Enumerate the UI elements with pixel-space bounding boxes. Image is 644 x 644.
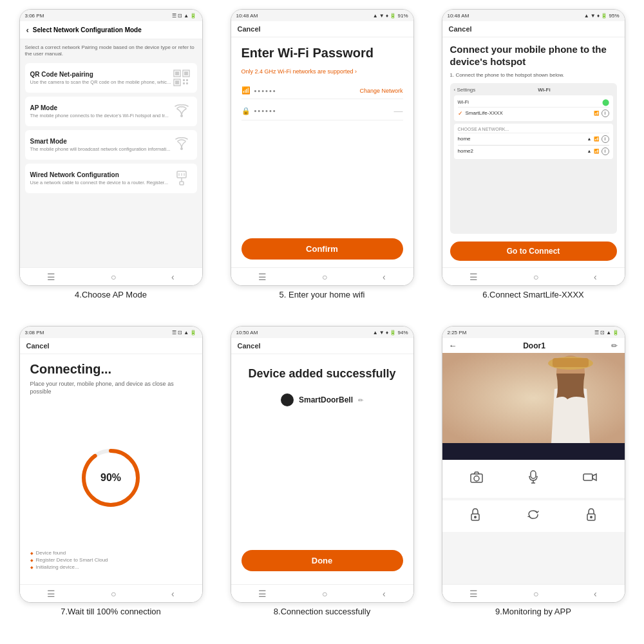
cancel-5[interactable]: Cancel — [238, 25, 261, 33]
back-icon-4[interactable]: ‹ — [26, 25, 29, 35]
cell-7: 3:08 PM ☰ ⊡ ▲ 🔋 Cancel Connecting... Pla… — [5, 322, 216, 639]
status-bar-8: 10:50 AM ▲ ▼ ♦ 🔋 94% — [231, 327, 413, 338]
screen7-body: Connecting... Place your router, mobile … — [20, 354, 202, 584]
caption-9: 9.Monitoring by APP — [495, 607, 571, 616]
phone-7: 3:08 PM ☰ ⊡ ▲ 🔋 Cancel Connecting... Pla… — [19, 326, 203, 603]
bottom-nav-5: ☰○‹ — [231, 267, 413, 285]
connecting-title: Connecting... — [30, 362, 192, 377]
svg-rect-23 — [553, 358, 589, 367]
bottom-nav-6: ☰○‹ — [442, 267, 625, 285]
main-grid: 3:06 PM ☰ ⊡ ▲ 🔋 ‹ Select Network Configu… — [0, 0, 644, 644]
lock-icon-1[interactable] — [470, 508, 480, 524]
cell-4: 3:06 PM ☰ ⊡ ▲ 🔋 ‹ Select Network Configu… — [5, 5, 216, 322]
status-bar-7: 3:08 PM ☰ ⊡ ▲ 🔋 — [20, 327, 202, 338]
step-3: Initializing device... — [30, 564, 192, 570]
screen4-body: Select a correct network Pairing mode ba… — [20, 39, 202, 267]
caption-7: 7.Wait till 100% connection — [61, 607, 161, 616]
wifi-title: Enter Wi-Fi Password — [242, 45, 403, 61]
nav-bar-4: ‹ Select Network Configuration Mode — [20, 21, 202, 39]
change-network[interactable]: Change Network — [359, 88, 402, 94]
cell-9: 2:25 PM ☰ ⊡ ▲ 🔋 ← Door1 ✏ — [428, 322, 639, 639]
nav-bar-6: Cancel — [442, 21, 625, 37]
cancel-6[interactable]: Cancel — [449, 25, 472, 33]
nav-title-4: Select Network Configuration Mode — [33, 26, 142, 33]
svg-rect-17 — [180, 182, 184, 185]
progress-circle: 90% — [79, 446, 143, 510]
time-7: 3:08 PM — [25, 330, 44, 336]
lock-icon: 🔒 — [242, 107, 251, 115]
screen9-body — [442, 353, 625, 584]
nav-bar-8: Cancel — [231, 338, 413, 354]
status-bar-4: 3:06 PM ☰ ⊡ ▲ 🔋 — [20, 10, 202, 21]
done-button[interactable]: Done — [242, 550, 403, 571]
eye-icon[interactable]: — — [394, 106, 403, 116]
screen8-body: Device added successfully SmartDoorBell … — [231, 354, 413, 584]
confirm-button[interactable]: Confirm — [242, 238, 403, 260]
time-8: 10:50 AM — [236, 330, 258, 336]
progress-text: 90% — [100, 472, 121, 484]
wifi-row-smartlife: ✓ SmartLife-XXXX 📶 i — [458, 108, 609, 119]
device-name: SmartDoorBell — [299, 395, 353, 404]
screenshot-icon[interactable] — [469, 471, 484, 486]
wifi-screenshot: ‹ Settings Wi-Fi Wi-Fi ⬤ ✓ SmartLife-XXX… — [450, 83, 617, 234]
option-ap-title: AP Mode — [30, 104, 171, 111]
hotspot-subtitle: 1. Connect the phone to the hotspot show… — [450, 72, 617, 78]
option-qr-desc: Use the camera to scan the QR code on th… — [30, 79, 171, 85]
svg-rect-9 — [186, 82, 188, 84]
back-icon-9[interactable]: ← — [449, 341, 457, 350]
cancel-7[interactable]: Cancel — [26, 342, 50, 350]
screen5-body: Enter Wi-Fi Password Only 2.4 GHz Wi-Fi … — [231, 37, 413, 267]
option-wired[interactable]: Wired Network Configuration Use a networ… — [25, 164, 197, 193]
wifi-notice: Only 2.4 GHz Wi-Fi networks are supporte… — [242, 68, 403, 75]
caption-6: 6.Connect SmartLife-XXXX — [482, 290, 584, 299]
wifi-label: Wi-Fi — [538, 87, 550, 93]
phone-8: 10:50 AM ▲ ▼ ♦ 🔋 94% Cancel Device added… — [231, 326, 414, 603]
hotspot-title: Connect your mobile phone to the device'… — [450, 44, 617, 68]
ap-icon — [171, 101, 192, 122]
phone-6: 10:48 AM ▲ ▼ ♦ 🔋 95% Cancel Connect your… — [442, 9, 625, 286]
success-title: Device added successfully — [248, 367, 395, 381]
svg-point-33 — [590, 516, 592, 518]
screen4-subtitle: Select a correct network Pairing mode ba… — [25, 44, 197, 58]
phone-4: 3:06 PM ☰ ⊡ ▲ 🔋 ‹ Select Network Configu… — [19, 9, 203, 286]
option-smart[interactable]: Smart Mode The mobile phone will broadca… — [25, 130, 197, 160]
refresh-icon[interactable] — [527, 508, 540, 524]
time-6: 10:48 AM — [448, 13, 469, 19]
svg-rect-3 — [184, 71, 188, 75]
bottom-nav-8: ☰○‹ — [231, 584, 413, 602]
nav-title-9: Door1 — [523, 341, 545, 350]
wifi-field-ssid[interactable]: 📶 •••••• Change Network — [242, 82, 403, 99]
cell-6: 10:48 AM ▲ ▼ ♦ 🔋 95% Cancel Connect your… — [428, 5, 639, 322]
device-icon — [281, 393, 294, 406]
option-ap-desc: The mobile phone connects to the device'… — [30, 113, 171, 118]
lock-icon-2[interactable] — [586, 508, 596, 524]
option-wired-title: Wired Network Configuration — [30, 171, 171, 178]
svg-point-10 — [180, 115, 183, 117]
video-icon[interactable] — [583, 472, 597, 486]
smart-icon — [171, 135, 192, 155]
option-wired-desc: Use a network cable to connect the devic… — [30, 180, 171, 185]
edit-icon[interactable]: ✏ — [358, 397, 363, 404]
dark-bar — [442, 443, 625, 460]
caption-8: 8.Connection successfully — [274, 607, 370, 616]
wifi-field-pass[interactable]: 🔒 •••••• — — [242, 102, 403, 120]
cancel-8[interactable]: Cancel — [238, 342, 261, 350]
time-4: 3:06 PM — [25, 13, 44, 19]
option-qr[interactable]: QR Code Net-pairing Use the camera to sc… — [25, 63, 197, 93]
microphone-icon[interactable] — [528, 470, 538, 488]
go-connect-button[interactable]: Go to Connect — [450, 242, 617, 261]
status-bar-5: 10:48 AM ▲ ▼ ♦ 🔋 91% — [231, 10, 413, 21]
device-row: SmartDoorBell ✏ — [281, 393, 363, 406]
cell-8: 10:50 AM ▲ ▼ ♦ 🔋 94% Cancel Device added… — [216, 322, 428, 639]
connecting-subtitle: Place your router, mobile phone, and dev… — [30, 381, 192, 395]
option-ap[interactable]: AP Mode The mobile phone connects to the… — [25, 97, 197, 126]
qr-icon — [171, 68, 192, 88]
edit-nav-icon[interactable]: ✏ — [611, 341, 618, 350]
screen6-body: Connect your mobile phone to the device'… — [442, 37, 625, 267]
svg-point-25 — [474, 476, 479, 481]
progress-container: 90% — [30, 406, 192, 550]
svg-rect-5 — [175, 80, 179, 84]
step-2: Register Device to Smart Cloud — [30, 557, 192, 563]
bottom-nav-7: ☰○‹ — [20, 584, 202, 602]
caption-4: 4.Choose AP Mode — [75, 290, 147, 299]
